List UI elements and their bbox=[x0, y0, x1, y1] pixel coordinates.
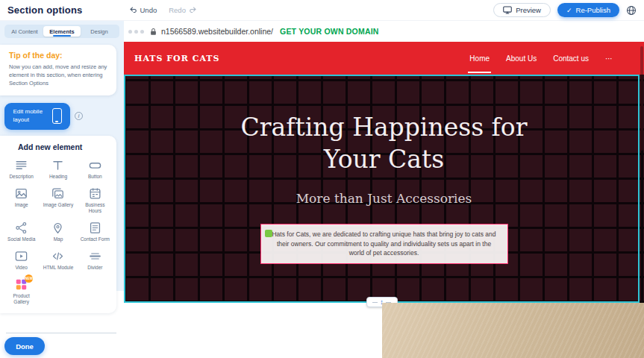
site-nav: Home About Us Contact us ⋯ bbox=[468, 44, 614, 73]
image-icon bbox=[14, 186, 28, 201]
add-element-title: Add new element bbox=[18, 142, 113, 151]
hero-heading[interactable]: Crafting Happiness for Your Cats bbox=[224, 112, 545, 176]
element-description[interactable]: Description bbox=[3, 158, 40, 180]
redo-icon bbox=[189, 6, 197, 14]
undo-icon bbox=[129, 6, 137, 14]
next-section-blank bbox=[124, 303, 382, 358]
scrollbar[interactable] bbox=[640, 46, 643, 151]
button-icon bbox=[88, 158, 102, 172]
preview-button[interactable]: Preview bbox=[493, 3, 551, 17]
tip-title: Tip of the day: bbox=[9, 51, 109, 60]
code-icon bbox=[51, 249, 65, 263]
tab-elements[interactable]: Elements bbox=[43, 26, 81, 37]
hero-paragraph: Hats for Cats, we are dedicated to craft… bbox=[272, 230, 495, 257]
element-image-gallery[interactable]: Image Gallery bbox=[40, 186, 76, 214]
edit-mobile-label: Edit mobile layout bbox=[13, 108, 46, 124]
tab-design[interactable]: Design bbox=[81, 26, 118, 37]
social-media-icon bbox=[14, 221, 28, 235]
mobile-layout-row: Edit mobile layout i bbox=[0, 103, 124, 130]
element-image[interactable]: Image bbox=[3, 186, 40, 214]
divider-icon bbox=[88, 249, 102, 263]
nav-more-icon[interactable]: ⋯ bbox=[604, 44, 614, 73]
topbar-actions: Preview ✓ Re-Publish bbox=[493, 3, 637, 17]
topbar: Section options Undo Redo Preview bbox=[0, 0, 644, 21]
address-url[interactable]: n1566589.websitebuilder.online/ bbox=[161, 27, 273, 36]
add-element-panel: Add new element Description Heading Butt… bbox=[0, 136, 116, 313]
page-title: Section options bbox=[7, 4, 83, 16]
site-logo[interactable]: HATS FOR CATS bbox=[134, 54, 219, 63]
section-selection-outline: ↕ bbox=[124, 75, 640, 303]
element-video[interactable]: Video bbox=[3, 249, 40, 271]
element-map[interactable]: Map bbox=[40, 221, 76, 242]
app-window: Section options Undo Redo Preview bbox=[0, 0, 644, 358]
element-grid: Description Heading Button Image bbox=[3, 158, 113, 306]
history-controls: Undo Redo bbox=[129, 6, 197, 14]
next-section-image[interactable] bbox=[382, 303, 644, 358]
video-icon bbox=[14, 249, 28, 263]
site-preview: n1566589.websitebuilder.online/ GET YOUR… bbox=[124, 21, 644, 358]
hero-section[interactable]: Crafting Happiness for Your Cats More th… bbox=[124, 75, 644, 303]
next-section bbox=[124, 303, 644, 358]
element-product-gallery[interactable]: NEW Product Gallery bbox=[3, 277, 40, 305]
hero-text-box[interactable]: Hats for Cats, we are dedicated to craft… bbox=[260, 224, 508, 264]
redo-label: Redo bbox=[169, 6, 186, 14]
handle-dash bbox=[372, 302, 378, 303]
lock-icon bbox=[150, 28, 157, 36]
contact-form-icon bbox=[88, 221, 102, 235]
heading-icon bbox=[51, 158, 65, 172]
globe-icon[interactable] bbox=[626, 5, 637, 16]
element-button[interactable]: Button bbox=[77, 158, 113, 180]
map-pin-icon bbox=[51, 221, 65, 235]
element-html-module[interactable]: HTML Module bbox=[40, 249, 76, 271]
monitor-icon bbox=[503, 6, 512, 14]
new-badge: NEW bbox=[25, 274, 33, 283]
tip-card: Tip of the day: Now you can add, move an… bbox=[0, 45, 116, 95]
element-social-media[interactable]: Social Media bbox=[3, 221, 40, 242]
element-business-hours[interactable]: Business Hours bbox=[77, 186, 113, 214]
sidebar-divider bbox=[6, 333, 116, 333]
preview-label: Preview bbox=[516, 6, 541, 14]
redo-button[interactable]: Redo bbox=[169, 6, 197, 14]
sidebar-tabs: AI Content Elements Design bbox=[4, 25, 119, 38]
nav-contact-us[interactable]: Contact us bbox=[551, 44, 590, 73]
element-marker-icon bbox=[265, 230, 272, 237]
info-icon[interactable]: i bbox=[75, 112, 83, 120]
element-heading[interactable]: Heading bbox=[40, 158, 76, 180]
done-button[interactable]: Done bbox=[4, 337, 45, 355]
tip-body: Now you can add, move and resize any ele… bbox=[9, 63, 109, 88]
element-contact-form[interactable]: Contact Form bbox=[77, 221, 113, 242]
nav-home[interactable]: Home bbox=[468, 44, 491, 73]
browser-bar: n1566589.websitebuilder.online/ GET YOUR… bbox=[124, 21, 644, 42]
hero-subheading[interactable]: More than Just Accessories bbox=[296, 191, 472, 206]
get-domain-link[interactable]: GET YOUR OWN DOMAIN bbox=[280, 27, 379, 36]
site-header[interactable]: HATS FOR CATS Home About Us Contact us ⋯ bbox=[124, 42, 644, 75]
tab-ai-content[interactable]: AI Content bbox=[6, 26, 43, 37]
image-gallery-icon bbox=[51, 186, 65, 201]
republish-button[interactable]: ✓ Re-Publish bbox=[557, 3, 619, 17]
window-dots-icon bbox=[128, 30, 144, 34]
sidebar: AI Content Elements Design Tip of the da… bbox=[0, 21, 124, 358]
website-canvas: HATS FOR CATS Home About Us Contact us ⋯… bbox=[124, 42, 644, 358]
nav-about-us[interactable]: About Us bbox=[504, 44, 538, 73]
element-divider[interactable]: Divider bbox=[77, 249, 113, 271]
undo-button[interactable]: Undo bbox=[129, 6, 157, 14]
check-icon: ✓ bbox=[566, 7, 572, 14]
edit-mobile-layout-button[interactable]: Edit mobile layout bbox=[4, 103, 70, 130]
republish-label: Re-Publish bbox=[576, 6, 610, 14]
undo-label: Undo bbox=[140, 6, 157, 14]
phone-icon bbox=[52, 108, 62, 124]
description-icon bbox=[14, 158, 28, 172]
business-hours-icon bbox=[88, 186, 102, 201]
